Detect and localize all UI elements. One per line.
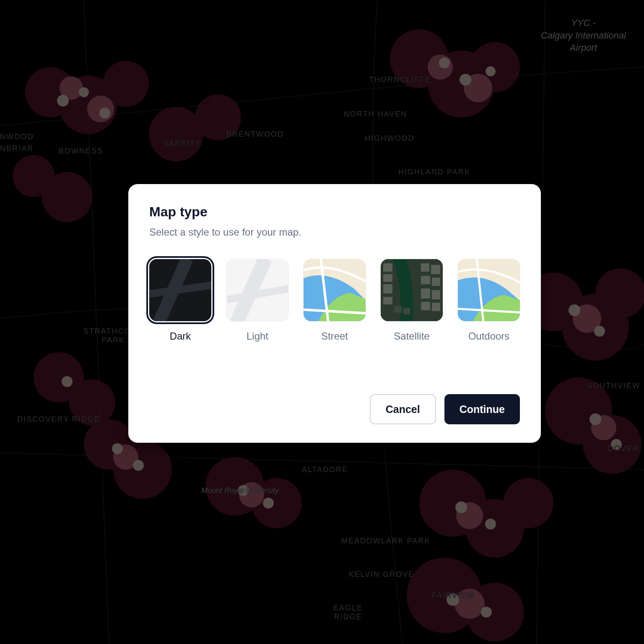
map-type-label: Dark (170, 330, 191, 342)
svg-rect-68 (432, 303, 440, 311)
svg-rect-63 (421, 276, 430, 284)
svg-rect-60 (383, 297, 392, 304)
map-thumbnail-outdoors (458, 259, 520, 321)
map-thumbnail-dark (149, 259, 211, 321)
map-type-dialog: Map type Select a style to use for your … (128, 184, 541, 443)
map-type-option-outdoors[interactable]: Outdoors (458, 259, 520, 342)
map-type-label: Light (247, 330, 268, 342)
map-type-option-street[interactable]: Street (304, 259, 366, 342)
map-type-label: Outdoors (468, 330, 510, 342)
map-type-option-dark[interactable]: Dark (149, 259, 211, 342)
dialog-subtitle: Select a style to use for your map. (149, 226, 520, 238)
map-type-label: Satellite (394, 330, 429, 342)
map-type-option-light[interactable]: Light (226, 259, 288, 342)
svg-rect-59 (383, 284, 392, 293)
continue-button[interactable]: Continue (444, 394, 520, 424)
map-thumbnail-satellite (381, 259, 443, 321)
svg-rect-61 (421, 263, 429, 272)
svg-rect-62 (431, 265, 440, 274)
svg-rect-64 (432, 278, 440, 286)
cancel-button[interactable]: Cancel (370, 394, 436, 424)
map-thumbnail-street (304, 259, 366, 321)
map-type-label: Street (321, 330, 348, 342)
svg-rect-66 (432, 290, 440, 299)
svg-rect-69 (394, 306, 402, 313)
svg-rect-65 (421, 288, 430, 299)
dialog-title: Map type (149, 204, 520, 220)
svg-rect-70 (403, 308, 410, 314)
svg-rect-58 (383, 274, 392, 282)
svg-rect-57 (383, 263, 392, 272)
svg-rect-67 (421, 302, 430, 310)
dialog-button-row: Cancel Continue (149, 394, 520, 424)
map-type-options: Dark Light Street (149, 259, 520, 342)
map-thumbnail-light (226, 259, 288, 321)
map-type-option-satellite[interactable]: Satellite (381, 259, 443, 342)
